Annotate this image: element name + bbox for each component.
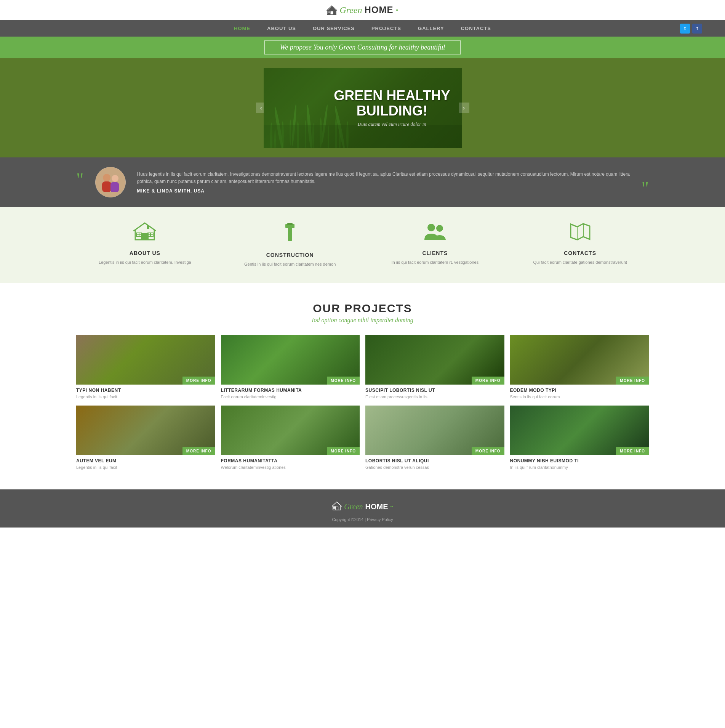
banner-strip: We propose You only Green Consulting for…	[0, 37, 725, 58]
hero-next-button[interactable]: ›	[459, 103, 469, 113]
project-card-5: MORE INFO AUTEM VEL EUM Legentis in iis …	[76, 406, 215, 470]
nav-item-services[interactable]: OUR SERVICES	[304, 20, 363, 37]
facebook-button[interactable]: f	[692, 24, 702, 34]
project-title-1: TYPI NON HABENT	[76, 388, 215, 393]
logo-home: HOME	[365, 5, 394, 15]
project-desc-3: E est etiam processusgentis in iis	[365, 394, 504, 400]
feature-desc-about: Legentis in iis qui facit eorum claritat…	[76, 259, 214, 266]
project-image-7: MORE INFO	[365, 406, 504, 455]
nav-item-home[interactable]: HOME	[226, 20, 259, 37]
project-title-2: LITTERARUM FORMAS HUMANITA	[221, 388, 360, 393]
svg-rect-27	[264, 125, 462, 148]
project-title-3: SUSCIPIT LOBORTIS NISL UT	[365, 388, 504, 393]
project-desc-8: In iis qui f rum claritatnonummy	[510, 465, 649, 470]
nav-link-contacts[interactable]: CONTACTS	[453, 20, 499, 37]
testimonial-section: " Huus legentis in iis qui facit eorum c…	[0, 157, 725, 207]
project-desc-2: Facit eorum claritateminvestig	[221, 394, 360, 400]
project-title-6: FORMAS HUMANITATTA	[221, 458, 360, 463]
twitter-button[interactable]: t	[680, 24, 690, 34]
hero-title: GREEN HEALTHY BUILDING!	[334, 88, 450, 118]
footer-logo: Green HOME ••	[332, 501, 393, 513]
feature-title-about: ABOUT US	[76, 250, 214, 256]
hero-slider: GREEN HEALTHY BUILDING! Duis autem vel e…	[264, 68, 462, 148]
project-title-5: AUTEM VEL EUM	[76, 458, 215, 463]
house-feature-icon	[76, 222, 214, 245]
nav-link-services[interactable]: OUR SERVICES	[304, 20, 363, 37]
project-image-3: MORE INFO	[365, 335, 504, 385]
more-info-button-8[interactable]: MORE INFO	[616, 447, 649, 455]
more-info-button-2[interactable]: MORE INFO	[327, 377, 360, 385]
project-card-2: MORE INFO LITTERARUM FORMAS HUMANITA Fac…	[221, 335, 360, 400]
site-footer: Green HOME •• Copyright ©2014 | Privacy …	[0, 489, 725, 528]
hero-section: ‹	[0, 58, 725, 157]
nav-links: HOME ABOUT US OUR SERVICES PROJECTS GALL…	[226, 20, 499, 37]
project-card-3: MORE INFO SUSCIPIT LOBORTIS NISL UT E es…	[365, 335, 504, 400]
project-card-4: MORE INFO EODEM MODO TYPI Sentis in iis …	[510, 335, 649, 400]
footer-logo-green: Green	[344, 502, 363, 511]
svg-rect-30	[102, 181, 111, 192]
projects-grid: MORE INFO TYPI NON HABENT Legentis in ii…	[76, 335, 649, 471]
more-info-button-7[interactable]: MORE INFO	[472, 447, 504, 455]
project-image-2: MORE INFO	[221, 335, 360, 385]
project-card-7: MORE INFO LOBORTIS NISL UT ALIQUI Gation…	[365, 406, 504, 470]
nav-item-projects[interactable]: PROJECTS	[363, 20, 410, 37]
social-links: t f	[680, 24, 702, 34]
project-desc-6: Welorum claritateminvestig ationes	[221, 465, 360, 470]
feature-title-contacts: CONTACTS	[511, 250, 649, 256]
svg-marker-50	[332, 502, 341, 510]
projects-section: OUR PROJECTS Iod option congue nihil imp…	[0, 283, 725, 490]
project-title-7: LOBORTIS NISL UT ALIQUI	[365, 458, 504, 463]
more-info-button-1[interactable]: MORE INFO	[182, 377, 215, 385]
feature-contacts: CONTACTS Qui facit eorum claritate gatio…	[511, 222, 649, 268]
tool-feature-icon	[221, 222, 359, 247]
project-desc-7: Gationes demonstra verun cessas	[365, 465, 504, 470]
project-card-1: MORE INFO TYPI NON HABENT Legentis in ii…	[76, 335, 215, 400]
footer-logo-home: HOME	[365, 502, 388, 511]
feature-construction: CONSTRUCTION Gentis in iis qui facit eor…	[221, 222, 359, 268]
more-info-button-3[interactable]: MORE INFO	[472, 377, 504, 385]
project-desc-1: Legentis in iis qui facit	[76, 394, 215, 400]
feature-about-us: ABOUT US Legentis in iis qui facit eorum…	[76, 222, 214, 268]
feature-desc-clients: In iis qui facit eorum claritatem r1 ves…	[367, 259, 504, 266]
logo[interactable]: Green HOME ••	[326, 5, 398, 15]
footer-copyright: Copyright ©2014 | Privacy Policy	[0, 517, 725, 522]
nav-item-about[interactable]: ABOUT US	[259, 20, 304, 37]
project-image-5: MORE INFO	[76, 406, 215, 455]
feature-desc-construction: Gentis in iis qui facit eorum claritatem…	[221, 261, 359, 268]
main-nav: HOME ABOUT US OUR SERVICES PROJECTS GALL…	[0, 20, 725, 37]
project-image-1: MORE INFO	[76, 335, 215, 385]
project-title-4: EODEM MODO TYPI	[510, 388, 649, 393]
more-info-button-4[interactable]: MORE INFO	[616, 377, 649, 385]
nav-link-home[interactable]: HOME	[226, 20, 259, 37]
nav-link-gallery[interactable]: GALLERY	[410, 20, 453, 37]
svg-point-31	[112, 175, 118, 182]
testimonial-text: Huus legentis in iis qui facit eorum cla…	[137, 171, 630, 185]
people-feature-icon	[367, 222, 504, 245]
quote-open-icon: "	[76, 170, 84, 189]
svg-marker-47	[571, 224, 590, 240]
svg-rect-44	[287, 223, 293, 225]
project-desc-5: Legentis in iis qui facit	[76, 465, 215, 470]
project-image-6: MORE INFO	[221, 406, 360, 455]
nav-item-gallery[interactable]: GALLERY	[410, 20, 453, 37]
testimonial-author: MIKE & LINDA SMITH, USA	[137, 188, 630, 194]
logo-green: Green	[339, 5, 362, 15]
hero-subtitle: Duis autem vel eum iriure dolor in	[334, 122, 450, 128]
svg-point-29	[103, 174, 110, 181]
more-info-button-6[interactable]: MORE INFO	[327, 447, 360, 455]
svg-rect-41	[147, 225, 149, 229]
svg-point-45	[427, 224, 435, 231]
testimonial-content: Huus legentis in iis qui facit eorum cla…	[137, 171, 630, 194]
nav-link-about[interactable]: ABOUT US	[259, 20, 304, 37]
project-image-4: MORE INFO	[510, 335, 649, 385]
projects-title: OUR PROJECTS	[76, 302, 649, 315]
feature-title-construction: CONSTRUCTION	[221, 252, 359, 258]
project-desc-4: Sentis in iis qui facit eorum	[510, 394, 649, 400]
nav-link-projects[interactable]: PROJECTS	[363, 20, 410, 37]
project-card-8: MORE INFO NONUMMY NIBH EUISMOD TI In iis…	[510, 406, 649, 470]
banner-text: We propose You only Green Consulting for…	[280, 43, 445, 51]
hero-text: GREEN HEALTHY BUILDING! Duis autem vel e…	[334, 88, 450, 127]
nav-item-contacts[interactable]: CONTACTS	[453, 20, 499, 37]
more-info-button-5[interactable]: MORE INFO	[182, 447, 215, 455]
svg-point-28	[95, 167, 126, 197]
